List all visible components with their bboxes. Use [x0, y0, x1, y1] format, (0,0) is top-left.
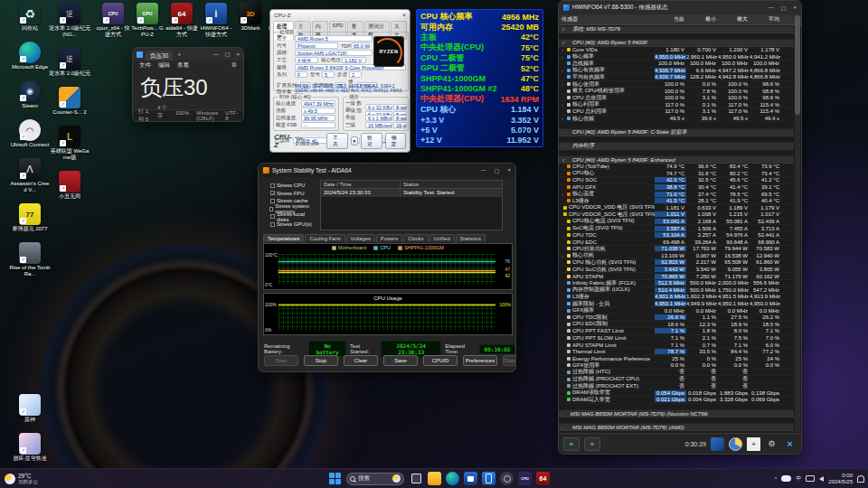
desktop-icon[interactable]: 英雄联盟 WeGame版: [49, 126, 90, 161]
desktop-icon[interactable]: Counter-S... 2: [49, 87, 90, 116]
tools-button[interactable]: 工具: [326, 133, 347, 149]
stability-tab[interactable]: Voltages: [346, 234, 375, 242]
legend-item[interactable]: Motherboard: [332, 245, 366, 250]
desktop-icon[interactable]: 逆水寒 2.0新纪元 (NG...: [49, 3, 90, 38]
weather-widget[interactable]: 29°C 局部多云: [0, 473, 63, 484]
sensor-row[interactable]: [559, 33, 794, 41]
sensor-row[interactable]: SoC电流 (SVI3 TFN) 3.597 A 1.506 A 7.455 A…: [559, 225, 794, 232]
aida64-osd-panel[interactable]: CPU 核心频率 4956 MHz 可用内存 25420 MB 主板 42°C …: [416, 9, 543, 147]
expand-chevron-icon[interactable]: ›: [561, 81, 565, 87]
desktop-icon[interactable]: Microsoft Edge: [9, 42, 51, 70]
sensor-row[interactable]: [559, 418, 794, 425]
report-icon[interactable]: +: [747, 437, 760, 451]
expand-chevron-icon[interactable]: ∨: [561, 26, 565, 32]
expand-chevron-icon[interactable]: ›: [561, 68, 565, 73]
stability-button[interactable]: CPUID: [423, 355, 458, 366]
search-box[interactable]: 搜索: [346, 473, 404, 485]
stability-tab[interactable]: Powers: [376, 234, 402, 242]
menu-file[interactable]: 文件: [139, 61, 151, 70]
desktop-icon[interactable]: aida64 - 快捷方式: [165, 3, 199, 38]
expand-chevron-icon[interactable]: ∨: [561, 40, 565, 45]
minimize-button[interactable]: —: [769, 5, 774, 11]
checkbox[interactable]: [270, 199, 275, 203]
sensor-row[interactable]: [559, 404, 794, 411]
desktop-icon[interactable]: cpuz_x64 - 快捷方式: [96, 3, 130, 38]
hwinfo-titlebar[interactable]: HWiNFO64 v7.68-5300 - 传感器状态 — ▢ ×: [559, 1, 801, 14]
menu-edit[interactable]: 编辑: [158, 61, 170, 70]
notifications-bell-icon[interactable]: [857, 475, 864, 483]
expand-chevron-icon[interactable]: ›: [561, 116, 565, 121]
scrollbar-thumb[interactable]: [795, 15, 800, 115]
expand-chevron-icon[interactable]: ›: [561, 425, 565, 430]
expand-chevron-icon[interactable]: ›: [561, 129, 565, 135]
stress-option[interactable]: Stress GPU(s): [264, 221, 318, 229]
sensor-row[interactable]: ∨系统: MSI MS-7D76: [559, 26, 794, 33]
sensor-row[interactable]: APU STAPM Limit 7.1 % 0.7 % 7.1 % 6.0 %: [559, 342, 794, 349]
minimize-button[interactable]: —: [481, 167, 486, 174]
sensor-row[interactable]: DRAM写入带宽 0.021 Gbps 0.004 Gbps 3.328 Gbp…: [559, 397, 794, 404]
stability-titlebar[interactable]: System Stability Test - AIDA64 — ▢ ×: [259, 164, 515, 177]
maximize-button[interactable]: ▢: [225, 48, 231, 61]
desktop-icon[interactable]: 赛博朋克 2077: [9, 203, 51, 232]
close-button[interactable]: ×: [793, 5, 797, 11]
expand-chevron-icon[interactable]: ∨: [561, 157, 565, 163]
expand-chevron-icon[interactable]: ›: [561, 102, 565, 108]
close-sensors-icon[interactable]: ×: [783, 437, 797, 451]
col-min[interactable]: 最小: [686, 15, 718, 23]
sensor-row[interactable]: ›MSI MAG B650M MORTAR (MS-7D76) (AMD): [559, 424, 794, 431]
col-sensor[interactable]: 传感器: [559, 15, 655, 23]
stress-option[interactable]: Stress local disks: [264, 212, 318, 221]
taskbar-app-icon[interactable]: [518, 472, 532, 485]
taskbar-app-icon[interactable]: [428, 472, 441, 485]
taskbar-app-icon[interactable]: [482, 472, 495, 485]
taskbar-app-icon[interactable]: [536, 472, 550, 485]
sensor-row[interactable]: ›内存时序: [559, 143, 794, 150]
hwinfo-sensor-list[interactable]: ∨系统: MSI MS-7D76 ∨CPU [#0]: AMD Ryzen 5 …: [559, 26, 794, 432]
notepad-text-area[interactable]: 负压30: [133, 70, 243, 110]
sensor-row[interactable]: CPU SOC 42.0 °C 32.5 °C 45.6 °C 41.2 °C: [559, 177, 794, 184]
desktop-icon[interactable]: Ubisoft Connect: [9, 119, 51, 148]
stability-button[interactable]: Preferences: [463, 355, 497, 366]
desktop-icon[interactable]: Rise of the Tomb Ra...: [9, 242, 51, 277]
sensors-icon[interactable]: [711, 437, 724, 451]
sensor-row[interactable]: ›MSI MAG B650M MORTAR (MS-7D76) (Nuvoton…: [559, 410, 794, 418]
taskbar-app-icon[interactable]: [500, 472, 514, 485]
sensor-row[interactable]: CPU SoC功耗 (SVI3 TFN) 3.643 W 3.540 W 9.0…: [559, 267, 794, 274]
stability-tab[interactable]: Unified: [429, 234, 455, 242]
taskbar-app-icon[interactable]: [446, 472, 459, 485]
desktop-icon[interactable]: 逆水寒 2.0新纪元: [49, 48, 90, 77]
stability-log-table[interactable]: Date / TimeStatus 2024/5/24 23:30:33Stab…: [320, 180, 503, 230]
expand-chevron-icon[interactable]: ›: [561, 253, 565, 258]
new-tab-button[interactable]: +: [177, 52, 181, 58]
stress-option[interactable]: ✓ Stress FPU: [264, 190, 318, 198]
legend-item[interactable]: SHPP41-1000GM: [398, 245, 444, 250]
sensor-row[interactable]: CPU核心 74.7 °C 31.8 °C 80.2 °C 73.4 °C: [559, 170, 794, 177]
sensor-row[interactable]: ∨CPU [#0]: AMD Ryzen 5 8400F: Enhanced: [559, 156, 794, 164]
volume-icon[interactable]: [819, 476, 824, 482]
desktop-icon[interactable]: TechPow... GPU-Z: [130, 3, 165, 38]
checkbox[interactable]: ✓: [270, 191, 275, 195]
col-max[interactable]: 最大: [718, 15, 750, 23]
stability-button[interactable]: Save: [383, 355, 418, 366]
sensor-row[interactable]: [559, 150, 794, 157]
expand-chevron-icon[interactable]: ›: [561, 411, 563, 417]
zoom-level[interactable]: 100%: [175, 110, 189, 121]
close-button[interactable]: ×: [507, 167, 511, 174]
taskbar-app-icon[interactable]: [464, 472, 477, 485]
desktop-icon[interactable]: 小丑无间: [49, 171, 90, 200]
legend-checkbox-icon[interactable]: [373, 246, 378, 250]
ime-indicator[interactable]: 中: [796, 474, 801, 483]
col-current[interactable]: 当前: [655, 15, 686, 23]
maximize-button[interactable]: ▢: [781, 5, 787, 11]
close-test-button[interactable]: Close: [503, 355, 516, 366]
desktop-icon[interactable]: HWiNFO64 - 快捷方式: [199, 3, 233, 38]
expand-chevron-icon[interactable]: ›: [561, 47, 565, 52]
desktop-icon[interactable]: 回收站: [9, 3, 51, 32]
close-button[interactable]: ×: [402, 12, 406, 18]
hwinfo-scrollbar[interactable]: [795, 15, 800, 432]
cpuz-titlebar[interactable]: CPU-Z ×: [270, 10, 410, 20]
sensor-row[interactable]: Thermal Limit 78.7 % 33.5 % 84.4 % 77.2 …: [559, 349, 794, 356]
expand-chevron-icon[interactable]: ›: [561, 54, 565, 60]
sensor-row[interactable]: CPU PPT FAST Limit 7.1 % 1.8 % 8.0 % 7.1…: [559, 328, 794, 335]
col-avg[interactable]: 平均: [750, 15, 781, 23]
